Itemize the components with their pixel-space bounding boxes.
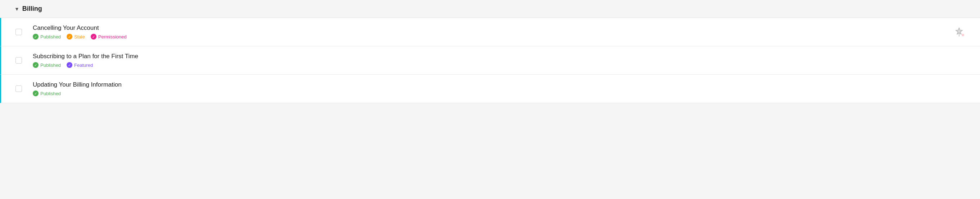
pin-action-icon[interactable]: [945, 25, 966, 38]
badge-featured: ✓Featured: [67, 62, 93, 68]
permissioned-label: Permissioned: [98, 34, 127, 39]
checkbox-wrapper: [16, 29, 22, 35]
badge-permissioned: ✓Permissioned: [91, 34, 127, 39]
chevron-down-icon: ▼: [14, 6, 19, 12]
featured-label: Featured: [74, 63, 93, 68]
article-badges: ✓Published✓Stale✓Permissioned: [33, 34, 945, 39]
article-badges: ✓Published✓Featured: [33, 62, 966, 68]
pin-icon: [953, 25, 966, 38]
published-dot-icon: ✓: [33, 90, 38, 96]
published-label: Published: [40, 34, 61, 39]
billing-section-header[interactable]: ▼ Billing: [0, 0, 980, 18]
article-title[interactable]: Cancelling Your Account: [33, 24, 945, 32]
article-row: Cancelling Your Account✓Published✓Stale✓…: [0, 18, 980, 46]
article-content: Cancelling Your Account✓Published✓Stale✓…: [33, 24, 945, 39]
section-title: Billing: [22, 5, 42, 13]
article-checkbox[interactable]: [16, 29, 22, 35]
published-dot-icon: ✓: [33, 62, 38, 68]
stale-label: Stale: [74, 34, 85, 39]
articles-list: Cancelling Your Account✓Published✓Stale✓…: [0, 18, 980, 103]
permissioned-dot-icon: ✓: [91, 34, 97, 39]
featured-dot-icon: ✓: [67, 62, 72, 68]
article-content: Subscribing to a Plan for the First Time…: [33, 53, 966, 68]
article-checkbox[interactable]: [16, 57, 22, 63]
published-dot-icon: ✓: [33, 34, 38, 39]
badge-published: ✓Published: [33, 62, 61, 68]
checkbox-wrapper: [16, 57, 22, 63]
article-checkbox[interactable]: [16, 85, 22, 92]
pin-dot-indicator: [962, 34, 964, 36]
article-title[interactable]: Subscribing to a Plan for the First Time: [33, 53, 966, 60]
badge-published: ✓Published: [33, 90, 61, 96]
published-label: Published: [40, 91, 61, 96]
stale-dot-icon: ✓: [67, 34, 72, 39]
article-title[interactable]: Updating Your Billing Information: [33, 81, 966, 88]
checkbox-wrapper: [16, 85, 22, 92]
article-badges: ✓Published: [33, 90, 966, 96]
article-content: Updating Your Billing Information✓Publis…: [33, 81, 966, 96]
published-label: Published: [40, 63, 61, 68]
article-row: Updating Your Billing Information✓Publis…: [0, 75, 980, 103]
badge-stale: ✓Stale: [67, 34, 85, 39]
badge-published: ✓Published: [33, 34, 61, 39]
article-row: Subscribing to a Plan for the First Time…: [0, 46, 980, 75]
main-container: ▼ Billing Cancelling Your Account✓Publis…: [0, 0, 980, 199]
